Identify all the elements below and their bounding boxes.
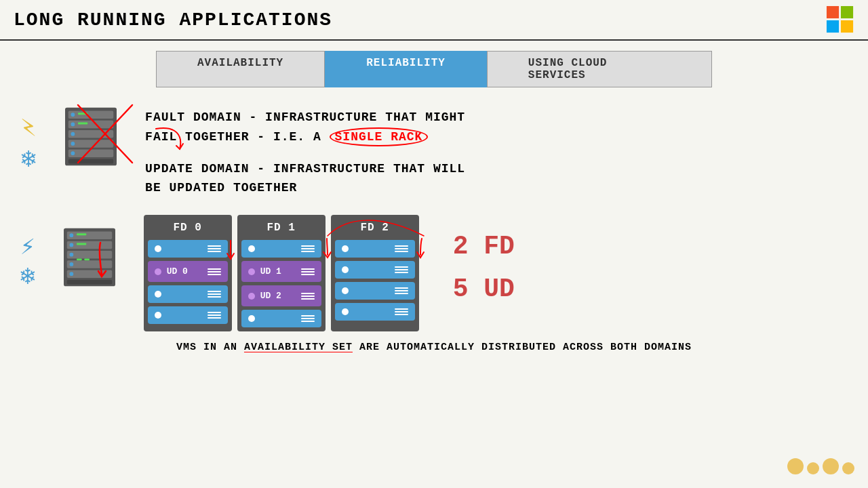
svg-rect-5 <box>68 111 114 119</box>
svg-rect-3 <box>841 20 853 33</box>
server-rack-top <box>57 104 125 165</box>
fault-domain-text: Fault Domain - Infrastructure that might… <box>132 104 848 198</box>
tab-reliability[interactable]: Reliability <box>325 51 487 87</box>
fd0-row1-dot <box>155 268 161 275</box>
fd2-header: FD 2 <box>335 219 415 237</box>
tab-availability[interactable]: Availability <box>156 51 325 87</box>
tab-cloud-services[interactable]: Using Cloud Services <box>487 51 712 87</box>
fd1-row3-lines <box>301 315 315 322</box>
fd0-row2-lines <box>208 291 221 298</box>
svg-rect-24 <box>66 280 112 285</box>
fd1-row0 <box>241 240 321 258</box>
fd1-row1-dot <box>248 268 255 275</box>
svg-point-14 <box>71 142 75 146</box>
ydot3 <box>823 458 839 474</box>
fd-ud-annotations: 2 FD 5 UD <box>453 232 515 290</box>
fd1-row1-lines <box>301 268 315 275</box>
fd-column-2: FD 2 <box>331 215 419 331</box>
svg-rect-16 <box>78 113 87 115</box>
fd2-row1-lines <box>395 266 408 273</box>
svg-point-29 <box>69 272 73 277</box>
fault-line2: Fail Together - i.e. a Single Rack <box>145 127 848 147</box>
fd0-row3 <box>148 306 228 324</box>
main-content: ⚡ ❄ <box>0 98 868 360</box>
fd0-header: FD 0 <box>148 219 228 237</box>
top-section: ⚡ ❄ <box>20 104 848 198</box>
bolt-blue-icon: ⚡ <box>20 232 35 262</box>
ydot4 <box>842 462 854 474</box>
fd2-row2 <box>335 282 415 300</box>
fd1-header: FD 1 <box>241 219 321 237</box>
fd-column-1: FD 1 UD 1 UD 2 <box>237 215 326 331</box>
fd1-row2-dot <box>248 293 255 300</box>
svg-rect-6 <box>68 121 114 128</box>
fd1-row0-dot <box>248 245 255 252</box>
svg-rect-23 <box>66 270 112 278</box>
fd0-row3-lines <box>208 312 221 319</box>
svg-point-15 <box>71 151 75 155</box>
snowflake-blue-icon: ❄ <box>21 144 36 174</box>
fault-line1: Fault Domain - Infrastructure that might <box>145 108 848 127</box>
svg-rect-31 <box>77 243 86 245</box>
fd0-row1-lines <box>208 268 221 275</box>
fd2-row3 <box>335 303 415 321</box>
fd2-row1-dot <box>342 266 349 273</box>
svg-rect-30 <box>77 234 86 236</box>
fd0-row0-dot <box>155 245 161 252</box>
svg-rect-21 <box>66 251 112 258</box>
tab-bar: Availability Reliability Using Cloud Ser… <box>156 51 712 87</box>
svg-point-11 <box>71 113 75 117</box>
fd2-row1 <box>335 261 415 279</box>
fd1-ud1-label: UD 1 <box>260 266 296 277</box>
fd2-row0 <box>335 240 415 258</box>
page-title: Long Running Applications <box>14 9 332 30</box>
fd-count-annotation: 2 FD <box>453 232 515 261</box>
svg-rect-17 <box>78 123 87 125</box>
fd2-row2-dot <box>342 287 349 294</box>
windows-logo <box>826 5 854 34</box>
fd0-row3-dot <box>155 312 161 319</box>
svg-rect-32 <box>77 259 82 261</box>
svg-rect-8 <box>68 140 114 147</box>
fd2-row0-dot <box>342 245 349 252</box>
svg-point-25 <box>69 234 73 238</box>
fd1-row3 <box>241 310 321 327</box>
fd2-row0-lines <box>395 245 408 252</box>
svg-rect-2 <box>827 20 839 33</box>
single-rack-highlight: Single Rack <box>330 127 429 146</box>
bottom-text-static2: are automatically distributed across bot… <box>353 342 692 353</box>
yellow-dots-decoration <box>787 458 854 474</box>
fd2-row2-lines <box>395 287 408 294</box>
fd0-row1: UD 0 <box>148 261 228 282</box>
bottom-text-avset: Availability Set <box>244 342 353 353</box>
svg-rect-33 <box>84 259 90 261</box>
bottom-section: ⚡ ❄ <box>20 211 848 331</box>
svg-point-12 <box>71 123 75 127</box>
fd1-row2-lines <box>301 293 315 300</box>
fd1-row2: UD 2 <box>241 285 321 306</box>
fd2-row3-dot <box>342 308 349 315</box>
ud-count-annotation: 5 UD <box>453 274 515 304</box>
svg-rect-9 <box>68 150 114 157</box>
update-line2: be updated together <box>145 178 848 198</box>
fd1-row3-dot <box>248 315 255 322</box>
bottom-text: VMs in an Availability Set are automatic… <box>20 342 848 353</box>
left-icons-bottom: ⚡ ❄ <box>20 232 35 291</box>
fd-grid: FD 0 UD 0 <box>144 215 419 331</box>
svg-rect-19 <box>66 232 112 239</box>
svg-point-13 <box>71 132 75 136</box>
bolt-red-icon: ⚡ <box>20 111 37 144</box>
fd1-ud2-label: UD 2 <box>260 291 296 301</box>
fd-column-0: FD 0 UD 0 <box>144 215 232 331</box>
snowflake-blue-icon2: ❄ <box>20 262 35 291</box>
svg-point-27 <box>69 253 73 257</box>
fd0-row0-lines <box>208 245 221 252</box>
svg-rect-20 <box>66 241 112 249</box>
fd0-row2 <box>148 285 228 303</box>
fd0-row0 <box>148 240 228 258</box>
update-line1: Update Domain - Infrastructure that will <box>145 159 848 179</box>
bottom-text-static1: VMs in an <box>176 342 244 353</box>
svg-point-26 <box>69 243 73 247</box>
fd0-row2-dot <box>155 291 161 298</box>
ydot2 <box>807 462 819 474</box>
